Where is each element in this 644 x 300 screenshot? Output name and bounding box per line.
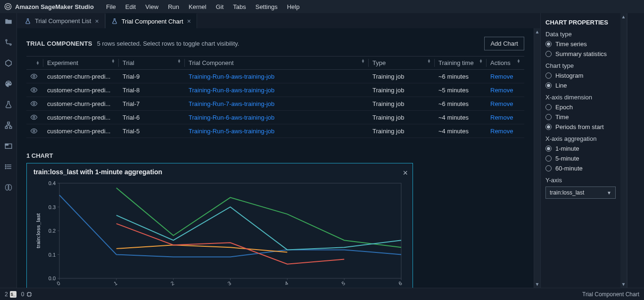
trial-component-link[interactable]: Training-Run-5-aws-training-job — [189, 128, 274, 135]
status-count-1: 2 — [5, 291, 8, 298]
experiment-cell: customer-churn-predi... — [43, 124, 119, 138]
trial-component-link[interactable]: Training-Run-7-aws-training-job — [189, 100, 274, 107]
scroll-down-icon[interactable]: ▼ — [535, 282, 540, 287]
menu-file[interactable]: File — [101, 2, 121, 11]
scroll-up-icon[interactable]: ▲ — [621, 14, 626, 19]
col-actions[interactable]: Actions▲▼ — [487, 57, 524, 70]
menu-help[interactable]: Help — [282, 2, 305, 11]
table-row[interactable]: customer-churn-predi...Trial-8Training-R… — [26, 83, 524, 97]
col-type[interactable]: Type▲▼ — [369, 57, 435, 70]
col-experiment[interactable]: Experiment▲▼ — [43, 57, 119, 70]
table-row[interactable]: customer-churn-predi...Trial-7Training-R… — [26, 97, 524, 111]
radio-chartType-line[interactable]: Line — [545, 82, 616, 89]
col-visibility[interactable]: ▲▼ — [26, 57, 43, 70]
tab-icon[interactable] — [4, 141, 13, 151]
remove-link[interactable]: Remove — [490, 73, 513, 80]
trial-cell: Trial-5 — [119, 124, 185, 138]
list-icon[interactable] — [4, 162, 13, 171]
remove-link[interactable]: Remove — [490, 114, 513, 121]
experiment-cell: customer-churn-predi... — [43, 97, 119, 111]
radio-xDim-periods-from-start[interactable]: Periods from start — [545, 123, 616, 130]
palette-icon[interactable] — [4, 79, 13, 89]
folder-icon[interactable] — [4, 17, 13, 26]
radio-xDim-epoch[interactable]: Epoch — [545, 104, 616, 111]
visibility-toggle[interactable] — [26, 124, 43, 138]
flask-icon — [111, 18, 118, 24]
col-trial-component[interactable]: Trial Component▲▼ — [185, 57, 369, 70]
menu-tabs[interactable]: Tabs — [228, 2, 250, 11]
svg-point-17 — [33, 103, 35, 105]
chart-section-title: 1 CHART — [26, 152, 524, 159]
visibility-toggle[interactable] — [26, 111, 43, 124]
radio-chartType-histogram[interactable]: Histogram — [545, 72, 616, 79]
time-cell: ~4 minutes — [435, 124, 487, 138]
sort-icon: ▲▼ — [177, 59, 181, 63]
menu-view[interactable]: View — [140, 2, 163, 11]
brain-icon[interactable] — [4, 183, 13, 192]
remove-link[interactable]: Remove — [490, 87, 513, 94]
time-cell: ~5 minutes — [435, 83, 487, 97]
tab-trial-component-chart[interactable]: Trial Component Chart× — [105, 13, 197, 28]
trial-component-link[interactable]: Training-Run-8-aws-training-job — [189, 87, 274, 94]
table-row[interactable]: customer-churn-predi...Trial-6Training-R… — [26, 111, 524, 124]
sort-icon: ▲▼ — [361, 59, 365, 63]
table-row[interactable]: customer-churn-predi...Trial-5Training-R… — [26, 124, 524, 138]
trial-component-link[interactable]: Training-Run-6-aws-training-job — [189, 114, 274, 121]
type-cell: Training job — [369, 124, 435, 138]
radio-dataType-time-series[interactable]: Time series — [545, 41, 616, 48]
y-axis-value: train:loss_last — [550, 189, 584, 196]
chart-close-button[interactable]: × — [403, 168, 408, 178]
status-right: Trial Component Chart — [582, 291, 639, 298]
close-icon[interactable]: × — [187, 18, 191, 24]
hexagon-icon[interactable] — [4, 58, 13, 68]
menu-git[interactable]: Git — [211, 2, 229, 11]
visibility-toggle[interactable] — [26, 70, 43, 83]
flask-icon[interactable] — [4, 100, 13, 109]
menu-settings[interactable]: Settings — [251, 2, 282, 11]
network-icon[interactable] — [4, 121, 13, 130]
col-training-time[interactable]: Training time▲▼ — [435, 57, 487, 70]
table-row[interactable]: customer-churn-predi...Trial-9Training-R… — [26, 70, 524, 83]
scroll-up-icon[interactable]: ▲ — [535, 29, 540, 34]
radio-xAgg-5-minute[interactable]: 5-minute — [545, 155, 616, 162]
radio-icon — [545, 51, 552, 57]
radio-icon — [545, 155, 552, 162]
tab-trial-component-list[interactable]: Trial Component List× — [19, 13, 105, 28]
app-title: Amazon SageMaker Studio — [15, 3, 94, 10]
remove-link[interactable]: Remove — [490, 100, 513, 107]
visibility-toggle[interactable] — [26, 97, 43, 111]
svg-point-15 — [33, 75, 35, 77]
radio-icon — [545, 82, 552, 89]
svg-text:0.4: 0.4 — [49, 180, 56, 186]
status-terminals[interactable]: 2 $_ — [5, 291, 17, 298]
svg-point-18 — [33, 116, 35, 118]
remove-link[interactable]: Remove — [490, 128, 513, 135]
svg-text:6: 6 — [397, 280, 403, 286]
eye-icon — [30, 127, 38, 135]
radio-xAgg-1-minute[interactable]: 1-minute — [545, 145, 616, 152]
radio-xAgg-60-minute[interactable]: 60-minute — [545, 165, 616, 172]
menu-kernel[interactable]: Kernel — [184, 2, 211, 11]
menu-edit[interactable]: Edit — [121, 2, 140, 11]
series-Trial-7 — [116, 188, 401, 247]
y-axis-label: Y-axis — [545, 177, 616, 184]
add-chart-button[interactable]: Add Chart — [484, 37, 524, 50]
trial-cell: Trial-7 — [119, 97, 185, 111]
properties-scrollbar[interactable]: ▲ ▼ — [620, 13, 627, 288]
content: TRIAL COMPONENTS 5 rows selected. Select… — [17, 28, 534, 288]
eye-icon — [30, 86, 38, 94]
type-cell: Training job — [369, 111, 435, 124]
trial-components-title: TRIAL COMPONENTS — [26, 40, 92, 47]
radio-xDim-time[interactable]: Time — [545, 114, 616, 121]
close-icon[interactable]: × — [95, 18, 99, 24]
status-kernels[interactable]: 0 — [21, 291, 33, 298]
col-trial[interactable]: Trial▲▼ — [119, 57, 185, 70]
menu-run[interactable]: Run — [163, 2, 184, 11]
y-axis-dropdown[interactable]: train:loss_last ▼ — [545, 186, 616, 199]
radio-dataType-summary-statistics[interactable]: Summary statistics — [545, 50, 616, 57]
git-icon[interactable] — [4, 38, 13, 47]
content-scrollbar[interactable]: ▲ ▼ — [534, 28, 540, 288]
visibility-toggle[interactable] — [26, 83, 43, 97]
scroll-down-icon[interactable]: ▼ — [621, 282, 626, 287]
trial-component-link[interactable]: Training-Run-9-aws-training-job — [189, 73, 274, 80]
